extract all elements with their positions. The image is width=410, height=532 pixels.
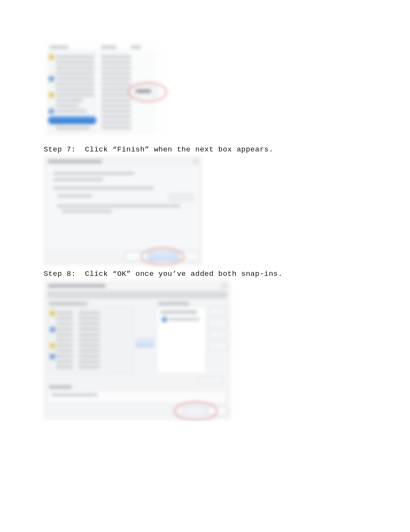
column-header xyxy=(130,45,141,49)
list-item xyxy=(56,66,94,70)
list-item xyxy=(56,109,86,113)
text-line xyxy=(51,393,98,396)
list-item xyxy=(101,126,131,129)
list-item-icon xyxy=(49,54,54,60)
list-item xyxy=(101,88,131,91)
move-up-button xyxy=(208,330,228,339)
move-down-button xyxy=(208,342,228,350)
dialog-title xyxy=(48,160,102,163)
tree-item xyxy=(169,318,200,321)
text-line xyxy=(57,194,92,197)
list-item-icon xyxy=(49,76,54,82)
column-header xyxy=(49,45,69,49)
list-item xyxy=(56,71,94,75)
list-item xyxy=(56,126,90,130)
list-item xyxy=(78,317,100,320)
list-item xyxy=(101,109,131,113)
text-line xyxy=(53,178,103,181)
advanced-button xyxy=(198,377,223,384)
list-item xyxy=(78,349,100,352)
screenshot-add-remove-snapins xyxy=(44,280,230,420)
list-item xyxy=(56,365,73,369)
list-item xyxy=(56,344,73,347)
edit-extensions-button xyxy=(208,307,228,316)
finish-button xyxy=(149,252,178,261)
list-item xyxy=(56,77,94,80)
list-item xyxy=(56,61,94,64)
tree-item-icon xyxy=(162,317,167,322)
column-header xyxy=(101,45,117,49)
list-item xyxy=(101,104,131,107)
list-item xyxy=(78,311,100,314)
back-button xyxy=(125,252,147,261)
dialog-title xyxy=(48,284,106,288)
available-snapins-label xyxy=(49,302,87,306)
available-snapins-list xyxy=(48,307,134,374)
add-button xyxy=(128,85,158,97)
text-line xyxy=(53,172,134,175)
list-item-icon xyxy=(49,109,54,114)
list-item xyxy=(56,82,94,86)
list-item xyxy=(101,61,131,64)
cancel-button xyxy=(180,252,199,261)
browse-button xyxy=(169,194,193,201)
text-line xyxy=(62,210,112,213)
description-label xyxy=(49,385,72,389)
step-8-text: Step 8: Click “OK” once you’ve added bot… xyxy=(44,270,317,278)
tree-root xyxy=(160,311,197,314)
list-item xyxy=(78,355,100,358)
list-item xyxy=(56,322,73,325)
list-item xyxy=(78,328,100,331)
list-item xyxy=(101,55,131,59)
close-icon xyxy=(222,283,227,289)
list-item xyxy=(78,322,100,325)
add-button xyxy=(136,339,154,347)
ok-button xyxy=(184,406,206,415)
list-item xyxy=(56,355,73,358)
list-item xyxy=(101,120,131,124)
list-item xyxy=(56,104,79,107)
list-item xyxy=(56,317,73,320)
dialog-description xyxy=(47,291,227,299)
close-icon xyxy=(193,159,198,164)
list-item xyxy=(101,66,131,70)
list-item xyxy=(56,88,94,91)
list-item xyxy=(56,93,94,97)
list-item xyxy=(101,77,131,80)
list-item xyxy=(78,360,100,363)
list-item xyxy=(78,333,100,336)
list-item xyxy=(101,93,131,97)
screenshot-snapin-list xyxy=(44,42,160,141)
step-7-text: Step 7: Click “Finish” when the next box… xyxy=(44,145,317,154)
list-item xyxy=(56,338,73,342)
list-item xyxy=(56,360,73,363)
text-line xyxy=(53,187,154,190)
list-item-icon xyxy=(50,327,55,332)
side-buttons xyxy=(208,307,227,354)
text-line xyxy=(57,204,181,207)
screenshot-wizard-finish xyxy=(44,156,202,265)
list-item xyxy=(56,349,73,352)
list-item xyxy=(101,99,131,102)
list-item-icon xyxy=(50,343,55,348)
list-item-selected xyxy=(48,116,97,124)
list-item xyxy=(56,311,73,314)
remove-button xyxy=(208,319,228,327)
selected-snapins-list xyxy=(157,307,206,374)
description-box xyxy=(48,391,226,404)
list-item xyxy=(78,344,100,347)
list-item xyxy=(101,115,131,118)
list-item xyxy=(78,338,100,342)
list-item xyxy=(56,328,73,331)
list-item-icon xyxy=(49,92,54,98)
list-item xyxy=(56,55,94,59)
list-item xyxy=(78,365,100,369)
list-item xyxy=(101,71,131,75)
list-item-icon xyxy=(50,354,55,359)
list-item-icon xyxy=(50,311,55,316)
list-item xyxy=(56,99,83,102)
list-item xyxy=(56,333,73,336)
cancel-button xyxy=(208,406,227,415)
list-item xyxy=(101,82,131,86)
selected-snapins-label xyxy=(158,302,189,306)
